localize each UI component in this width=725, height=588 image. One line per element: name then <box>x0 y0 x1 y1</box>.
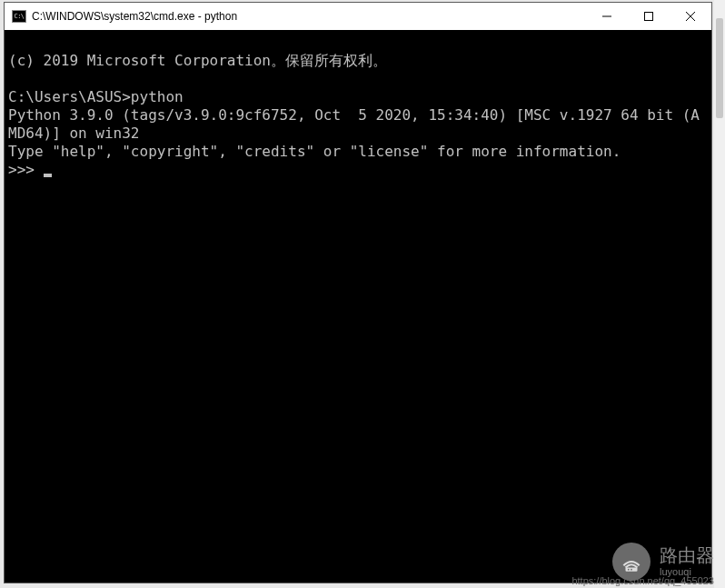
svg-point-6 <box>631 569 632 571</box>
terminal-line-version: Python 3.9.0 (tags/v3.9.0:9cf6752, Oct 5… <box>8 106 700 142</box>
terminal-line-repl: >>> <box>8 161 52 178</box>
cmd-window: C:\ C:\WINDOWS\system32\cmd.exe - python… <box>4 2 712 583</box>
cursor-icon <box>44 174 52 177</box>
maximize-icon <box>644 12 653 21</box>
terminal-line-help: Type "help", "copyright", "credits" or "… <box>8 143 621 160</box>
terminal-output[interactable]: (c) 2019 Microsoft Corporation。保留所有权利。 C… <box>5 30 711 583</box>
cmd-icon: C:\ <box>12 10 26 23</box>
close-icon <box>686 12 695 21</box>
terminal-line-copyright: (c) 2019 Microsoft Corporation。保留所有权利。 <box>8 52 387 69</box>
background-scrollbar <box>714 0 725 588</box>
watermark-title: 路由器 <box>660 544 714 566</box>
close-button[interactable] <box>670 3 711 30</box>
titlebar[interactable]: C:\ C:\WINDOWS\system32\cmd.exe - python <box>5 3 711 30</box>
window-title: C:\WINDOWS\system32\cmd.exe - python <box>32 10 586 23</box>
window-controls <box>586 3 711 30</box>
minimize-button[interactable] <box>586 3 628 30</box>
maximize-button[interactable] <box>628 3 670 30</box>
watermark-text: 路由器 luyouqi <box>660 544 714 578</box>
terminal-line-prompt: C:\Users\ASUS>python <box>8 88 184 105</box>
svg-point-5 <box>628 569 630 571</box>
svg-rect-1 <box>645 13 653 21</box>
background-scroll-thumb <box>716 18 723 118</box>
repl-prompt-text: >>> <box>8 161 44 178</box>
watermark-url: https://blog.csdn.net/qq_455023 <box>571 575 714 586</box>
minimize-icon <box>602 12 611 21</box>
